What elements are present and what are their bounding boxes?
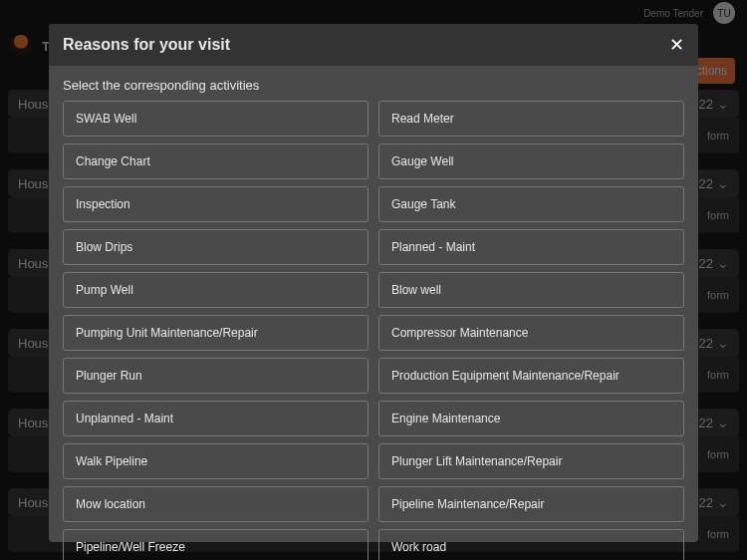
activity-change-chart[interactable]: Change Chart <box>63 143 369 179</box>
activity-gauge-tank[interactable]: Gauge Tank <box>378 186 684 222</box>
close-icon[interactable]: ✕ <box>669 36 684 54</box>
activity-production-equip[interactable]: Production Equipment Maintenance/Repair <box>378 358 684 394</box>
activity-mow-location[interactable]: Mow location <box>63 486 369 522</box>
activity-pipeline-maint[interactable]: Pipeline Maintenance/Repair <box>378 486 684 522</box>
activity-unplanned-maint[interactable]: Unplanned - Maint <box>63 401 369 436</box>
activity-walk-pipeline[interactable]: Walk Pipeline <box>63 443 369 479</box>
modal-title: Reasons for your visit <box>63 36 230 54</box>
modal-overlay: Reasons for your visit ✕ Select the corr… <box>0 0 747 560</box>
activity-work-road[interactable]: Work road <box>378 529 684 560</box>
activity-pumping-unit[interactable]: Pumping Unit Maintenance/Repair <box>63 315 369 351</box>
activity-plunger-lift[interactable]: Plunger Lift Maintenance/Repair <box>378 443 684 479</box>
reasons-modal: Reasons for your visit ✕ Select the corr… <box>49 24 698 542</box>
activity-engine-maint[interactable]: Engine Maintenance <box>378 401 684 436</box>
activity-pump-well[interactable]: Pump Well <box>63 272 369 308</box>
activity-blow-well[interactable]: Blow well <box>378 272 684 308</box>
activity-compressor[interactable]: Compressor Maintenance <box>378 315 684 351</box>
activity-pipeline-freeze[interactable]: Pipeline/Well Freeze <box>63 529 369 560</box>
activity-gauge-well[interactable]: Gauge Well <box>378 143 684 179</box>
activities-grid: SWAB Well Read Meter Change Chart Gauge … <box>49 101 698 560</box>
activity-read-meter[interactable]: Read Meter <box>378 101 684 137</box>
activity-plunger-run[interactable]: Plunger Run <box>63 358 369 394</box>
modal-header: Reasons for your visit ✕ <box>49 24 698 66</box>
activity-swab-well[interactable]: SWAB Well <box>63 101 369 137</box>
activity-inspection[interactable]: Inspection <box>63 186 369 222</box>
activity-planned-maint[interactable]: Planned - Maint <box>378 229 684 265</box>
activity-blow-drips[interactable]: Blow Drips <box>63 229 369 265</box>
modal-subtitle: Select the corresponding activities <box>49 66 698 101</box>
